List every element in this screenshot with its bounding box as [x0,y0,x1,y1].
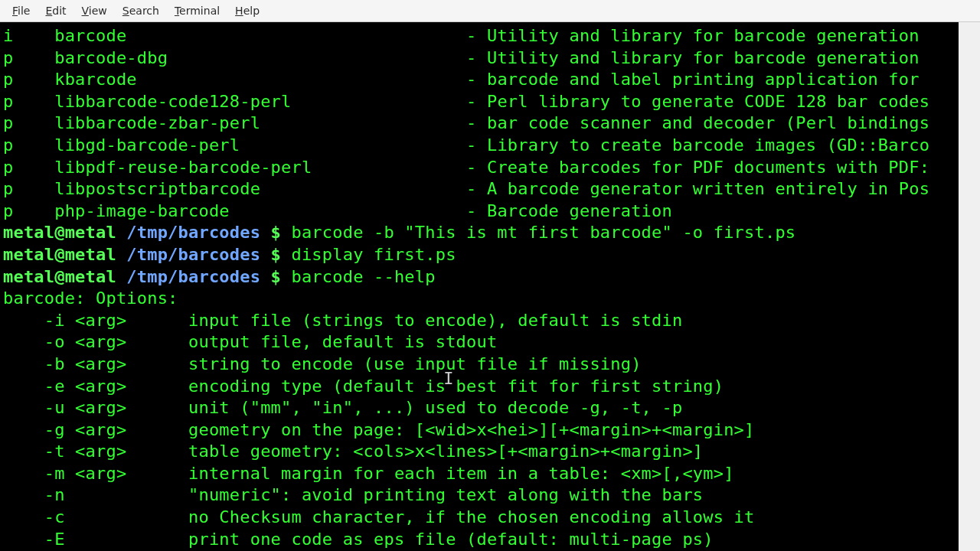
menu-view[interactable]: View [74,3,115,18]
help-option-row: -o <arg> output file, default is stdout [3,331,956,354]
help-option-row: -u <arg> unit ("mm", "in", ...) used to … [3,397,956,419]
help-header: barcode: Options: [3,288,956,310]
help-option-row: -E print one code as eps file (default: … [3,529,956,551]
menu-terminal[interactable]: Terminal [167,3,227,18]
help-option-row: -c no Checksum character, if the chosen … [3,507,956,529]
help-option-row: -e <arg> encoding type (default is best … [3,376,956,398]
prompt-line-3: metal@metal /tmp/barcodes $ barcode --he… [3,266,956,289]
terminal-output[interactable]: i barcode - Utility and library for barc… [0,22,959,551]
package-row: p libpostscriptbarcode - A barcode gener… [3,178,956,201]
menu-help[interactable]: Help [227,3,267,18]
package-row: p libgd-barcode-perl - Library to create… [3,135,956,157]
menu-edit[interactable]: Edit [38,3,74,18]
prompt-line-2: metal@metal /tmp/barcodes $ display firs… [3,244,956,266]
help-option-row: -g <arg> geometry on the page: [<wid>x<h… [3,419,956,442]
package-row: p php-image-barcode - Barcode generation [3,201,956,223]
menubar: File Edit View Search Terminal Help [0,0,980,22]
help-option-row: -n "numeric": avoid printing text along … [3,484,956,507]
prompt-line-1: metal@metal /tmp/barcodes $ barcode -b "… [3,222,956,244]
help-option-row: -m <arg> internal margin for each item i… [3,463,956,485]
package-row: p libbarcode-code128-perl - Perl library… [3,91,956,113]
menu-file[interactable]: File [5,3,38,18]
package-row: i barcode - Utility and library for barc… [3,25,956,47]
package-row: p kbarcode - barcode and label printing … [3,69,956,91]
help-option-row: -b <arg> string to encode (use input fil… [3,354,956,376]
help-option-row: -i <arg> input file (strings to encode),… [3,310,956,332]
help-option-row: -t <arg> table geometry: <cols>x<lines>[… [3,441,956,463]
package-row: p libpdf-reuse-barcode-perl - Create bar… [3,157,956,179]
package-row: p barcode-dbg - Utility and library for … [3,47,956,70]
menu-search[interactable]: Search [115,3,167,18]
package-row: p libbarcode-zbar-perl - bar code scanne… [3,112,956,135]
